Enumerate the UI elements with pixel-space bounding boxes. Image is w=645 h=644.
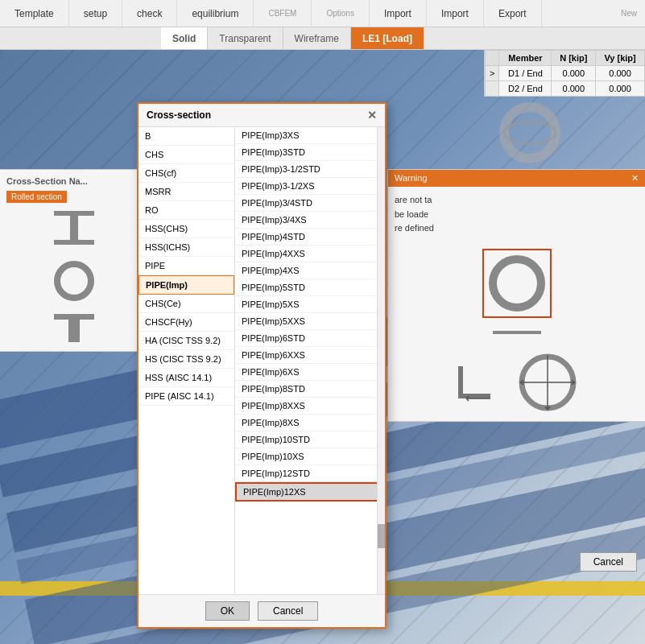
dimension-area [388, 344, 645, 421]
toolbar-export[interactable]: Export [484, 0, 542, 27]
list-item-PIPE[interactable]: PIPE [139, 257, 234, 275]
tab-le1[interactable]: LE1 [Load] [351, 27, 424, 49]
size-item-pipe3-1-2std[interactable]: PIPE(Imp)3-1/2STD [235, 161, 385, 178]
dialog-footer: OK Cancel [139, 594, 385, 627]
size-item-pipe10std[interactable]: PIPE(Imp)10STD [235, 431, 385, 448]
size-item-pipe5xxs[interactable]: PIPE(Imp)5XXS [235, 313, 385, 330]
list-item-RO[interactable]: RO [139, 201, 234, 220]
toolbar-equilibrium[interactable]: equilibrium [177, 0, 254, 27]
size-item-pipe10xs[interactable]: PIPE(Imp)10XS [235, 448, 385, 465]
size-item-pipe5std[interactable]: PIPE(Imp)5STD [235, 279, 385, 296]
scrollbar-track[interactable] [377, 127, 385, 594]
row-vy-1: 0.000 [596, 66, 645, 81]
col-member: Member [499, 51, 552, 66]
main-viewport: Member N [kip] Vy [kip] > D1 / End 0.000… [0, 50, 645, 644]
size-item-pipe3-4xs[interactable]: PIPE(Imp)3/4XS [235, 212, 385, 229]
svg-rect-9 [70, 216, 78, 240]
info-panel-close[interactable]: ✕ [631, 173, 639, 184]
svg-rect-14 [458, 394, 490, 398]
size-item-pipe3-4std[interactable]: PIPE(Imp)3/4STD [235, 195, 385, 212]
size-item-pipe6xs[interactable]: PIPE(Imp)6XS [235, 364, 385, 381]
toolbar-import2[interactable]: Import [427, 0, 484, 27]
shape-preview-area [388, 242, 645, 344]
i-beam-shape [50, 209, 98, 250]
svg-rect-12 [68, 320, 80, 342]
size-item-pipe8std[interactable]: PIPE(Imp)8STD [235, 381, 385, 398]
rolled-section-label: Rolled section [6, 191, 67, 203]
svg-rect-10 [54, 240, 94, 245]
cs-name-panel: Cross-Section Na... Rolled section [0, 169, 149, 352]
col-n: N [kip] [552, 51, 596, 66]
toolbar-check[interactable]: check [122, 0, 177, 27]
row-arrow-2 [486, 81, 499, 97]
list-item-HACISC[interactable]: HA (CISC TSS 9.2) [139, 332, 234, 350]
info-panel-body: are not tabe loadere defined [388, 187, 645, 242]
3d-box-icon [496, 102, 564, 165]
list-item-CHS[interactable]: CHS [139, 146, 234, 164]
toolbar-setup[interactable]: setup [69, 0, 122, 27]
dialog-close-button[interactable]: ✕ [367, 109, 377, 122]
dialog-ok-button[interactable]: OK [205, 601, 250, 621]
section-size-list[interactable]: PIPE(Imp)3XS PIPE(Imp)3STD PIPE(Imp)3-1/… [235, 127, 385, 594]
circle-dimension-svg [515, 350, 580, 415]
row-n-1: 0.000 [552, 66, 596, 81]
list-item-HSSAISC[interactable]: HSS (AISC 14.1) [139, 369, 234, 387]
toolbar-group-options: Options [312, 0, 369, 27]
size-item-pipe6xxs[interactable]: PIPE(Imp)6XXS [235, 347, 385, 364]
row-vy-2: 0.000 [596, 81, 645, 97]
member-table-panel: Member N [kip] Vy [kip] > D1 / End 0.000… [484, 50, 645, 97]
size-item-pipe12std[interactable]: PIPE(Imp)12STD [235, 465, 385, 482]
table-row: > D1 / End 0.000 0.000 [486, 66, 645, 81]
size-item-pipe3xs[interactable]: PIPE(Imp)3XS [235, 127, 385, 144]
toolbar-group-new: New [542, 0, 645, 27]
cross-section-dialog: Cross-section ✕ B CHS CHS(cf) MSRR RO HS… [137, 102, 387, 629]
tab-solid[interactable]: Solid [161, 27, 208, 49]
cs-name-title: Cross-Section Na... [6, 176, 142, 186]
size-item-pipe5xs[interactable]: PIPE(Imp)5XS [235, 296, 385, 313]
view-tabs-bar: Solid Transparent Wireframe LE1 [Load] [0, 27, 645, 50]
row-arrow-1: > [486, 66, 499, 81]
size-item-pipe4xs[interactable]: PIPE(Imp)4XS [235, 262, 385, 279]
list-item-CHSCe[interactable]: CHS(Ce) [139, 295, 234, 313]
toolbar-group-cbfem: CBFEM [254, 0, 312, 27]
list-item-HSCISC[interactable]: HS (CISC TSS 9.2) [139, 350, 234, 369]
list-item-PIPEImp[interactable]: PIPE(Imp) [139, 275, 234, 295]
toolbar-import1[interactable]: Import [370, 0, 427, 27]
svg-point-6 [504, 107, 556, 159]
tab-transparent[interactable]: Transparent [208, 27, 283, 49]
size-item-pipe3-1-2xs[interactable]: PIPE(Imp)3-1/2XS [235, 178, 385, 195]
list-item-HSSchi[interactable]: HSS(CHS) [139, 220, 234, 238]
dialog-cancel-button[interactable]: Cancel [258, 601, 318, 621]
size-item-pipe8xs[interactable]: PIPE(Imp)8XS [235, 415, 385, 431]
list-item-B[interactable]: B [139, 127, 234, 146]
list-item-CHSCFHy[interactable]: CHSCF(Hy) [139, 313, 234, 332]
list-item-CHScf[interactable]: CHS(cf) [139, 164, 234, 183]
list-item-MSRR[interactable]: MSRR [139, 183, 234, 201]
angle-shape-svg [454, 362, 502, 402]
svg-rect-11 [54, 314, 94, 320]
circle-shape [54, 261, 94, 301]
tab-wireframe[interactable]: Wireframe [283, 27, 351, 49]
size-item-pipe8xxs[interactable]: PIPE(Imp)8XXS [235, 398, 385, 415]
info-panel-header: Warning ✕ [388, 170, 645, 187]
size-item-pipe4xxs[interactable]: PIPE(Imp)4XXS [235, 246, 385, 262]
section-type-list[interactable]: B CHS CHS(cf) MSRR RO HSS(CHS) HSS(ICHS)… [139, 127, 235, 594]
circle-preview-icon [489, 255, 545, 312]
dialog-body: B CHS CHS(cf) MSRR RO HSS(CHS) HSS(ICHS)… [139, 127, 385, 594]
dialog-header: Cross-section ✕ [139, 104, 385, 127]
list-item-HSSICHS[interactable]: HSS(ICHS) [139, 238, 234, 257]
size-item-pipe3std[interactable]: PIPE(Imp)3STD [235, 144, 385, 161]
dimension-line-preview [493, 331, 541, 334]
cancel-button-right[interactable]: Cancel [580, 552, 637, 572]
section-shapes [6, 209, 142, 345]
size-item-pipe6std[interactable]: PIPE(Imp)6STD [235, 330, 385, 347]
row-member-2: D2 / End [499, 81, 552, 97]
dialog-title: Cross-section [147, 109, 211, 121]
t-beam-shape [50, 312, 98, 345]
scrollbar-thumb[interactable] [378, 524, 385, 548]
circle-preview-highlighted [482, 249, 552, 318]
toolbar-template[interactable]: Template [0, 0, 69, 27]
list-item-PIPEAISC[interactable]: PIPE (AISC 14.1) [139, 387, 234, 406]
size-item-pipe12xs[interactable]: PIPE(Imp)12XS [235, 482, 385, 502]
size-item-pipe4std[interactable]: PIPE(Imp)4STD [235, 229, 385, 246]
